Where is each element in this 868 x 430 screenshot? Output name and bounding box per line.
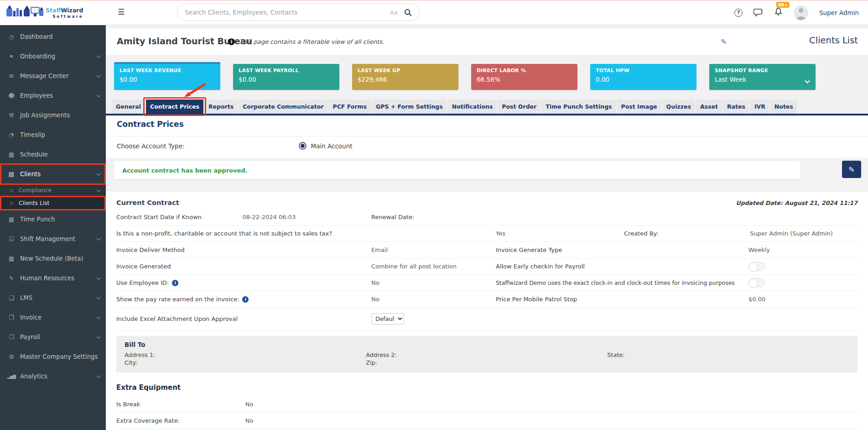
edit-contract-button[interactable]: ✎ [842,161,861,178]
tab-pcf-forms[interactable]: PCF Forms [328,100,370,114]
field-label: Is Break [116,401,245,408]
sidebar-item-label: Time Punch [20,216,55,223]
tab-quizzes[interactable]: Quizzes [662,100,695,114]
kpi-value: $0.00 [120,76,215,83]
approval-alert-text: Account contract has been approved. [122,167,248,174]
sidebar-item-clients[interactable]: ▤Clients [0,164,106,184]
brand-staff: Staff [46,7,61,14]
sidebar-item-analytics[interactable]: ▂▅▇Analytics [0,367,106,386]
field-label: Is this a non-profit, charitable or acco… [116,230,496,237]
edit-page-icon[interactable]: ✎ [721,37,727,46]
sidebar-item-new-schedule[interactable]: ▦New Schedule (Beta) [0,249,106,268]
sidebar-subitem-clients-list[interactable]: Clients List [0,197,106,210]
extra-equipment-rows: Is Break No Extra Coverage Rate: No [116,396,858,429]
help-icon[interactable]: ? [734,9,743,17]
kpi-snapshot-range-dropdown[interactable]: SNAPSHOT RANGE Last Week [709,64,816,90]
tab-asset[interactable]: Asset [696,100,722,114]
search-icon[interactable] [404,9,412,16]
tab-post-order[interactable]: Post Order [498,100,541,114]
sidebar-item-label: New Schedule (Beta) [20,255,83,262]
tab-reports[interactable]: Reports [204,100,238,114]
new-schedule-icon: ▦ [6,255,16,262]
contract-prices-section: Contract Prices Choose Account Type: Mai… [106,115,868,158]
tab-time-punch-settings[interactable]: Time Punch Settings [541,100,616,114]
info-icon[interactable]: i [242,296,249,303]
tab-gps-form-settings[interactable]: GPS + Form Settings [372,100,447,114]
info-icon: i [228,38,235,45]
tab-ivr[interactable]: IVR [750,100,769,114]
tab-post-image[interactable]: Post Image [617,100,661,114]
contract-row: Is this a non-profit, charitable or acco… [116,225,858,242]
sidebar-item-label: LMS [20,294,32,301]
notification-badge: 99+ [776,2,790,8]
kpi-total-hpw: TOTAL HPW 0.00 [590,64,696,90]
tab-contract-prices[interactable]: Contract Prices [146,100,203,114]
sidebar-item-shift-management[interactable]: ☑Shift Management [0,229,106,249]
field-value: Yes [496,230,624,237]
field-label: Include Excel Attachment Upon Approval [116,315,371,322]
case-sensitivity-toggle[interactable]: Aa [390,9,398,16]
info-icon[interactable]: i [172,280,178,286]
extra-equipment-row: Is Break No [116,396,858,413]
clients-submenu: Compliance Clients List [0,184,106,210]
field-value: No [371,279,496,286]
main-account-radio[interactable] [299,142,307,150]
section-heading: Contract Prices [117,120,184,129]
sidebar-item-message-center[interactable]: ✉Message Center [0,66,106,86]
sidebar-item-job-assignments[interactable]: ⚒Job Assignments [0,105,106,125]
sidebar: StaffWizard Software ◷Dashboard ⚭Onboard… [0,0,106,430]
sidebar-item-label: Payroll [20,334,40,341]
field-label: Price Per Mobile Patrol Stop [496,296,748,303]
sidebar-item-lms[interactable]: ❏LMS [0,288,106,308]
notifications-bell[interactable]: 99+ [774,7,783,18]
field-value: Email [371,246,496,253]
sidebar-item-human-resources[interactable]: ✎Human Resources [0,268,106,288]
account-type-row: Choose Account Type: Main Account [117,142,353,150]
early-checkin-toggle[interactable] [748,262,765,271]
sidebar-item-master-company-settings[interactable]: ⚙Master Company Settings [0,347,106,367]
sidebar-item-onboarding[interactable]: ⚭Onboarding [0,47,106,66]
exact-clock-times-toggle[interactable] [748,278,765,287]
sidebar-subitem-compliance[interactable]: Compliance [0,184,106,197]
chevron-down-icon [96,295,101,299]
sidebar-item-employees[interactable]: ☻Employees [0,86,106,105]
field-label: Invoice Deliver Method [116,246,371,253]
current-contract-card: Current Contract Updated Date: August 21… [106,192,868,430]
sidebar-menu-lower: ▦Time Punch ☑Shift Management ▦New Sched… [0,210,106,386]
chat-icon[interactable] [754,8,763,17]
excel-attachment-select[interactable]: Default [371,313,404,325]
sidebar-item-payroll[interactable]: ❒Payroll [0,327,106,347]
sidebar-item-timeslip[interactable]: ◔Timeslip [0,125,106,145]
kpi-label: LAST WEEK REVENUE [120,68,215,73]
sidebar-item-invoice[interactable]: ❐Invoice [0,308,106,327]
hamburger-menu-icon[interactable]: ☰ [118,7,125,16]
sidebar-item-label: Shift Management [20,236,75,242]
time-punch-icon: ▦ [6,216,16,223]
topbar: ☰ Aa ? 99+ Super Admin [106,0,868,25]
sidebar-item-label: Clients [20,171,41,178]
brand-wizard: Wizard [61,7,83,14]
tab-notes[interactable]: Notes [770,100,797,114]
sidebar-item-dashboard[interactable]: ◷Dashboard [0,27,106,47]
chevron-down-icon [96,334,101,339]
tab-general[interactable]: General [112,100,145,114]
tab-rates[interactable]: Rates [723,100,749,114]
contract-row: Show the pay rate earned on the invoice:… [116,291,858,308]
kpi-value: Last Week [715,76,810,83]
field-label: Extra Coverage Rate: [116,417,245,424]
field-label: Show the pay rate earned on the invoice: [116,296,239,303]
sidebar-menu: ◷Dashboard ⚭Onboarding ✉Message Center ☻… [0,25,106,184]
sidebar-item-schedule[interactable]: ▦Schedule [0,145,106,164]
search-input[interactable] [185,9,390,16]
divider [106,136,868,136]
sidebar-item-time-punch[interactable]: ▦Time Punch [0,210,106,229]
user-menu[interactable]: Super Admin [819,9,859,16]
avatar[interactable] [794,5,808,20]
tab-corporate-communicator[interactable]: Corporate Communicator [239,100,327,114]
field-label: Contract Start Date if Known [116,214,242,220]
invoice-icon: ❐ [6,314,16,321]
tab-notifications[interactable]: Notifications [448,100,497,114]
field-label: Allow Early checkin for Payroll [496,263,748,270]
field-value: $0.00 [748,296,858,303]
staffwizard-logo[interactable]: StaffWizard Software [0,0,106,25]
